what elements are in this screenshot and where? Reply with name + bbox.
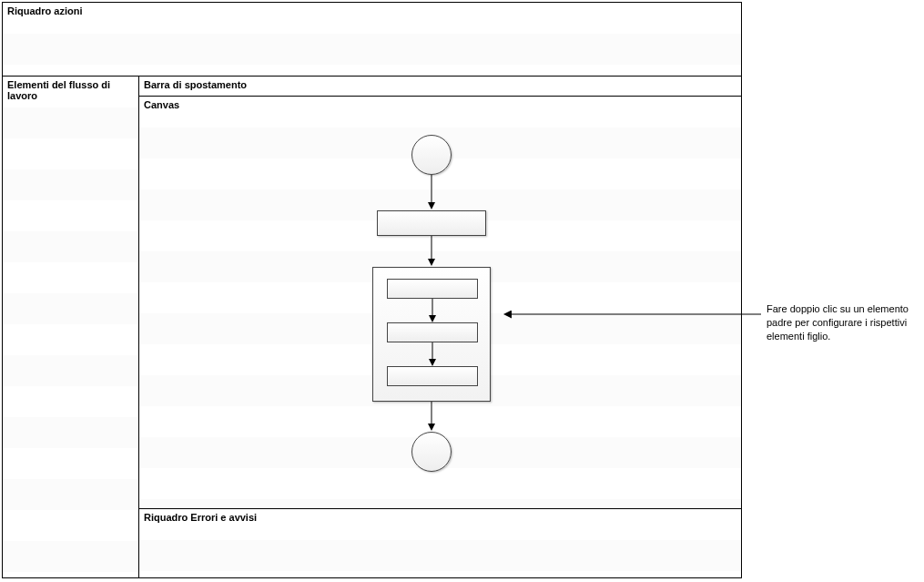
actions-pane: Riquadro azioni [3,3,741,77]
navigation-bar-title: Barra di spostamento [139,77,741,93]
child-activity-2[interactable] [387,322,478,342]
canvas-title: Canvas [139,97,741,113]
workflow-elements-title: Elementi del flusso di lavoro [3,77,138,104]
child-activity-3[interactable] [387,366,478,386]
navigation-bar: Barra di spostamento [139,77,741,97]
annotation-text: Fare doppio clic su un elemento padre pe… [767,302,917,343]
parent-container-node[interactable] [372,267,491,402]
end-node[interactable] [411,432,452,472]
workflow-editor-frame: Riquadro azioni Elementi del flusso di l… [2,2,742,578]
actions-pane-title: Riquadro azioni [3,3,741,19]
lower-row: Elementi del flusso di lavoro Barra di s… [3,77,741,577]
activity-node[interactable] [377,210,486,236]
errors-warnings-pane: Riquadro Errori e avvisi [139,509,741,577]
start-node[interactable] [411,135,452,175]
right-column: Barra di spostamento Canvas [139,77,741,577]
workflow-elements-pane: Elementi del flusso di lavoro [3,77,139,577]
errors-warnings-title: Riquadro Errori e avvisi [139,509,741,526]
child-activity-1[interactable] [387,279,478,299]
canvas-pane[interactable]: Canvas [139,97,741,509]
